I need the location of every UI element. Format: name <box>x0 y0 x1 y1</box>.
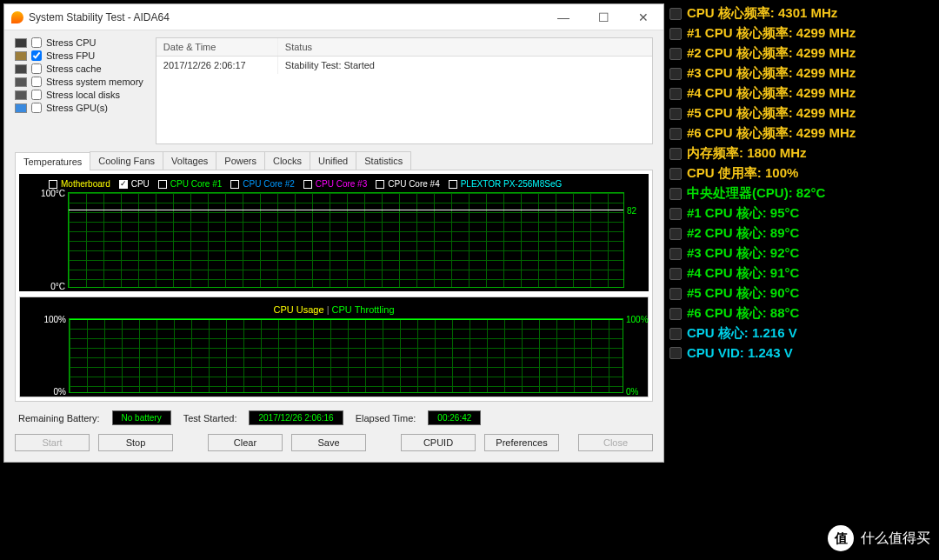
stress-disk-label: Stress local disks <box>46 90 120 100</box>
gadget-core1-temp: #1 CPU 核心: 95°C <box>669 205 929 222</box>
stress-fpu-label: Stress FPU <box>46 50 95 61</box>
col-date-header[interactable]: Date & Time <box>156 38 278 56</box>
chip-icon <box>669 347 682 359</box>
stress-fpu-checkbox[interactable] <box>31 50 42 61</box>
stress-cache-row[interactable]: Stress cache <box>15 63 143 74</box>
chip-icon <box>669 68 682 80</box>
tab-voltages[interactable]: Voltages <box>163 151 216 170</box>
close-dialog-button[interactable]: Close <box>578 434 653 451</box>
preferences-button[interactable]: Preferences <box>484 434 559 451</box>
watermark: 值 什么值得买 <box>828 525 930 551</box>
save-button[interactable]: Save <box>291 434 366 451</box>
usage-graph: CPU Usage | CPU Throttling 100% 0% 100% … <box>19 297 649 397</box>
gadget-core5-temp: #5 CPU 核心: 90°C <box>669 285 929 302</box>
legend-core4[interactable]: CPU Core #4 <box>376 179 439 189</box>
chip-icon <box>669 208 682 220</box>
temp-reading: 82 <box>623 206 636 216</box>
legend-label: CPU <box>131 179 150 189</box>
stop-button[interactable]: Stop <box>98 434 173 451</box>
tab-cooling-fans[interactable]: Cooling Fans <box>90 151 163 170</box>
temp-chart-area: 100°C 0°C 82 <box>68 192 624 288</box>
start-button[interactable]: Start <box>15 434 90 451</box>
gadget-core4-temp: #4 CPU 核心: 91°C <box>669 265 929 282</box>
col-status-header[interactable]: Status <box>278 38 652 56</box>
checkbox-icon <box>449 180 457 189</box>
legend-ssd[interactable]: PLEXTOR PX-256M8SeG <box>449 179 563 189</box>
gadget-core4-freq: #4 CPU 核心频率: 4299 MHz <box>669 85 929 102</box>
gadget-core6-freq: #6 CPU 核心频率: 4299 MHz <box>669 125 929 142</box>
chip-icon <box>669 188 682 200</box>
status-log-table: Date & Time Status 2017/12/26 2:06:17 St… <box>156 37 653 144</box>
minimize-button[interactable]: — <box>543 4 583 30</box>
tab-clocks[interactable]: Clocks <box>264 151 310 170</box>
button-row: Start Stop Clear Save CPUID Preferences … <box>15 432 653 453</box>
legend-core2[interactable]: CPU Core #2 <box>230 179 294 189</box>
clear-button[interactable]: Clear <box>208 434 283 451</box>
chart-grid <box>70 319 623 392</box>
chip-icon <box>669 108 682 120</box>
chip-icon <box>669 148 682 160</box>
gadget-cpu-usage: CPU 使用率: 100% <box>669 165 929 182</box>
checkbox-icon <box>303 180 312 189</box>
checkbox-icon <box>376 180 384 189</box>
chip-icon <box>669 288 682 300</box>
legend-motherboard[interactable]: Motherboard <box>49 179 110 189</box>
disk-icon <box>15 90 27 100</box>
temperature-graph: Motherboard CPU CPU Core #1 CPU Core #2 … <box>19 174 649 291</box>
r-max-label: 100% <box>623 315 649 324</box>
client-area: Stress CPU Stress FPU Stress cache Stres… <box>4 30 663 462</box>
window-title: System Stability Test - AIDA64 <box>29 11 543 23</box>
chip-icon <box>669 248 682 260</box>
stress-disk-row[interactable]: Stress local disks <box>15 90 143 100</box>
legend-core3[interactable]: CPU Core #3 <box>303 179 367 189</box>
mem-icon <box>15 77 27 87</box>
checkbox-icon <box>158 180 167 189</box>
y-max-label: 100°C <box>41 189 69 198</box>
checkbox-icon <box>49 180 57 189</box>
legend-label: CPU Core #4 <box>388 179 439 189</box>
chip-icon <box>669 228 682 240</box>
cache-icon <box>15 64 27 74</box>
checkbox-icon <box>119 180 128 189</box>
watermark-text: 什么值得买 <box>861 530 930 548</box>
gadget-core3-freq: #3 CPU 核心频率: 4299 MHz <box>669 65 929 82</box>
stress-mem-row[interactable]: Stress system memory <box>15 77 143 87</box>
titlebar[interactable]: System Stability Test - AIDA64 — ☐ ✕ <box>4 4 663 30</box>
gadget-core6-temp: #6 CPU 核心: 88°C <box>669 305 929 322</box>
chip-icon <box>669 48 682 60</box>
tab-unified[interactable]: Unified <box>310 151 356 170</box>
usage-title: CPU Usage | CPU Throttling <box>23 301 644 318</box>
gadget-cpu-temp: 中央处理器(CPU): 82°C <box>669 185 929 202</box>
legend-core1[interactable]: CPU Core #1 <box>158 179 222 189</box>
close-button[interactable]: ✕ <box>623 4 663 30</box>
chart-grid <box>69 193 623 287</box>
table-row[interactable]: 2017/12/26 2:06:17 Stability Test: Start… <box>156 57 652 74</box>
stress-options: Stress CPU Stress FPU Stress cache Stres… <box>15 37 143 144</box>
stress-mem-checkbox[interactable] <box>31 77 42 87</box>
legend-cpu[interactable]: CPU <box>119 179 150 189</box>
app-icon <box>11 11 23 23</box>
stress-gpu-row[interactable]: Stress GPU(s) <box>15 103 143 113</box>
tab-powers[interactable]: Powers <box>216 151 265 170</box>
stress-disk-checkbox[interactable] <box>31 90 42 100</box>
tab-temperatures[interactable]: Temperatures <box>15 152 90 170</box>
y-min-label: 0°C <box>50 282 69 291</box>
stress-gpu-label: Stress GPU(s) <box>46 103 108 113</box>
legend-label: CPU Core #3 <box>316 179 367 189</box>
legend-label: PLEXTOR PX-256M8SeG <box>461 179 563 189</box>
stress-gpu-checkbox[interactable] <box>31 103 42 113</box>
stress-cpu-checkbox[interactable] <box>31 37 42 48</box>
status-bar: Remaining Battery: No battery Test Start… <box>15 402 653 432</box>
stress-cache-checkbox[interactable] <box>31 63 42 74</box>
stress-cpu-row[interactable]: Stress CPU <box>15 37 143 48</box>
legend-label: Motherboard <box>61 179 110 189</box>
cpuid-button[interactable]: CPUID <box>401 434 476 451</box>
watermark-icon: 值 <box>828 525 854 551</box>
maximize-button[interactable]: ☐ <box>583 4 623 30</box>
chip-icon <box>669 88 682 100</box>
gadget-core2-temp: #2 CPU 核心: 89°C <box>669 225 929 242</box>
stress-fpu-row[interactable]: Stress FPU <box>15 50 143 61</box>
stress-cache-label: Stress cache <box>46 63 102 74</box>
gadget-panel: CPU 核心频率: 4301 MHz #1 CPU 核心频率: 4299 MHz… <box>669 5 929 360</box>
tab-statistics[interactable]: Statistics <box>356 151 411 170</box>
